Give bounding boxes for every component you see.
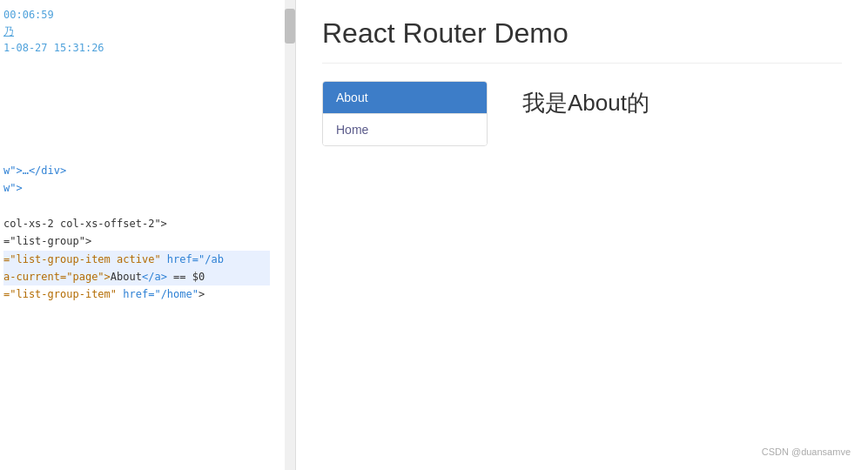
code-selected: == $0 [167,271,205,283]
chinese-link[interactable]: 乃 [3,24,270,40]
about-content: 我是About的 [522,81,649,146]
right-panel: React Router Demo About Home 我是About的 CS… [296,0,868,470]
nav-list-group: About Home [322,81,488,146]
nav-item-about-label: About [336,91,368,104]
code-text: col-xs-2 col-xs-offset-2"> [3,218,167,230]
code-line-2: w"> [3,179,270,197]
code-tag: </a> [142,271,167,283]
code-line-7: a-current="page">About</a> == $0 [3,268,270,285]
code-text: ="list-group-item active" [3,253,167,265]
code-close: > [198,288,205,300]
left-panel: 00:06:59 乃 1-08-27 15:31:26 w">…</div> w… [0,0,296,470]
code-line-5: ="list-group"> [3,232,270,250]
left-content: 00:06:59 乃 1-08-27 15:31:26 w">…</div> w… [0,0,286,311]
code-line-4: col-xs-2 col-xs-offset-2"> [3,215,270,232]
code-attr-href: href="/ab [167,253,224,265]
code-text: w">…</div> [3,164,66,177]
code-text: a-current="page"> [3,271,111,283]
code-text: ="list-group"> [3,235,91,247]
code-text: w"> [3,182,23,194]
code-text: ="list-group-item" [3,288,123,300]
date-line: 1-08-27 15:31:26 [3,40,270,57]
code-line-3 [3,197,270,214]
scrollbar[interactable] [285,0,295,470]
code-line-6: ="list-group-item active" href="/ab [3,251,270,268]
code-attr-href2: href="/home" [123,288,198,300]
page-title: React Router Demo [322,17,842,64]
code-block: w">…</div> w"> col-xs-2 col-xs-offset-2"… [3,162,270,304]
footer: CSDN @duansamve [762,446,851,457]
nav-item-about[interactable]: About [323,82,487,114]
nav-item-home-label: Home [336,123,368,137]
scrollbar-thumb[interactable] [285,9,295,44]
code-line-8: ="list-group-item" href="/home"> [3,285,270,303]
nav-item-home[interactable]: Home [323,114,487,145]
code-line-1: w">…</div> [3,162,270,179]
code-about-text: About [111,271,142,283]
main-content: About Home 我是About的 [322,81,842,146]
timestamp-line: 00:06:59 [3,7,270,24]
